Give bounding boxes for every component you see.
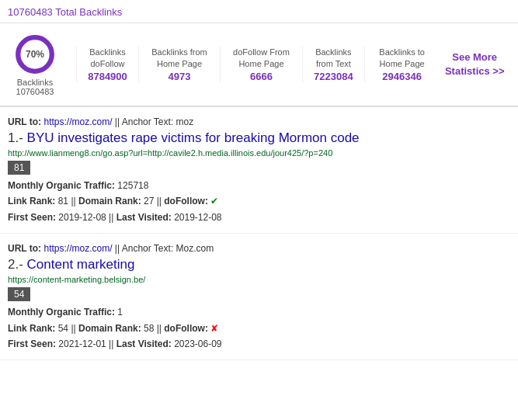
result-meta: Monthly Organic Traffic: 1 bbox=[8, 304, 510, 320]
first-seen-value: 2021-12-01 bbox=[58, 338, 106, 349]
anchor-text-label: Anchor Text: bbox=[122, 243, 173, 254]
stat-label-2: doFollow From Home Page bbox=[227, 47, 296, 69]
date-sep: || bbox=[109, 212, 116, 223]
separator: || bbox=[115, 116, 122, 127]
url-label: URL to: bbox=[8, 116, 41, 127]
result-title: 1.- BYU investigates rape victims for br… bbox=[8, 130, 510, 146]
monthly-traffic-label: Monthly Organic Traffic: bbox=[8, 307, 115, 318]
stat-value-2: 6666 bbox=[250, 71, 273, 82]
result-url-line: URL to: https://moz.com/ || Anchor Text:… bbox=[8, 243, 510, 254]
stat-col-1: Backlinks from Home Page 4973 bbox=[138, 47, 220, 82]
stat-value-1: 4973 bbox=[169, 71, 191, 82]
stat-label-3: Backlinks from Text bbox=[309, 47, 358, 69]
url-label: URL to: bbox=[8, 243, 41, 254]
donut-percent-label: 70% bbox=[26, 49, 44, 60]
page-title: 10760483 Total Backlinks bbox=[8, 6, 122, 18]
stat-value-4: 2946346 bbox=[382, 71, 422, 82]
result-title: 2.- Content marketing bbox=[8, 257, 510, 272]
stat-col-0: Backlinks doFollow 8784900 bbox=[76, 47, 138, 82]
first-seen-label: First Seen: bbox=[8, 212, 56, 223]
result-url-line: URL to: https://moz.com/ || Anchor Text:… bbox=[8, 116, 510, 127]
results-container: URL to: https://moz.com/ || Anchor Text:… bbox=[0, 107, 518, 360]
stat-col-2: doFollow From Home Page 6666 bbox=[220, 47, 302, 82]
link-rank-label: Link Rank: bbox=[8, 323, 55, 334]
rank-badge: 54 bbox=[8, 287, 30, 301]
result-num: 1.- bbox=[8, 130, 27, 145]
stat-label-1: Backlinks from Home Page bbox=[145, 47, 214, 69]
last-visited-value: 2023-06-09 bbox=[174, 338, 221, 349]
dofollow-label: doFollow: bbox=[164, 323, 208, 334]
result-url-link[interactable]: https://moz.com/ bbox=[43, 116, 112, 127]
result-link: http://www.lianmeng8.cn/go.asp?url=http:… bbox=[8, 148, 510, 158]
stat-col-4: Backlinks to Home Page 2946346 bbox=[364, 47, 440, 82]
stat-value-3: 7223084 bbox=[314, 71, 353, 82]
rank-badge: 81 bbox=[8, 161, 30, 175]
anchor-text-value: moz bbox=[176, 116, 194, 127]
first-seen-label: First Seen: bbox=[8, 338, 56, 349]
donut-wrap: 70% bbox=[13, 33, 57, 76]
result-ranks: Link Rank: 81 || Domain Rank: 27 || doFo… bbox=[8, 193, 510, 209]
result-meta: Monthly Organic Traffic: 125718 bbox=[8, 178, 510, 193]
date-sep: || bbox=[109, 338, 116, 349]
stat-label-0: Backlinks doFollow bbox=[83, 47, 132, 69]
rank-sep1: || bbox=[71, 196, 78, 207]
stats-section: 70% Backlinks 10760483 Backlinks doFollo… bbox=[0, 23, 518, 107]
result-ranks: Link Rank: 54 || Domain Rank: 58 || doFo… bbox=[8, 321, 510, 336]
anchor-text-label: Anchor Text: bbox=[122, 116, 173, 127]
dofollow-check-icon: ✔ bbox=[210, 196, 218, 207]
donut-name-label: Backlinks bbox=[17, 78, 53, 87]
link-rank-label: Link Rank: bbox=[8, 196, 55, 207]
last-visited-value: 2019-12-08 bbox=[174, 212, 221, 223]
result-link: https://content-marketing.belsign.be/ bbox=[8, 275, 510, 284]
last-visited-label: Last Visited: bbox=[116, 212, 172, 223]
separator: || bbox=[115, 243, 122, 254]
dofollow-cross-icon: ✘ bbox=[210, 323, 218, 334]
monthly-traffic-value: 1 bbox=[117, 307, 123, 318]
dofollow-label: doFollow: bbox=[164, 196, 208, 207]
stat-col-3: Backlinks from Text 7223084 bbox=[302, 47, 364, 82]
result-title-link[interactable]: BYU investigates rape victims for breaki… bbox=[27, 130, 360, 145]
result-title-link[interactable]: Content marketing bbox=[27, 257, 135, 272]
monthly-traffic-label: Monthly Organic Traffic: bbox=[8, 180, 115, 191]
stat-label-4: Backlinks to Home Page bbox=[371, 47, 433, 69]
result-dates: First Seen: 2021-12-01 || Last Visited: … bbox=[8, 336, 510, 352]
result-item-0: URL to: https://moz.com/ || Anchor Text:… bbox=[0, 107, 518, 234]
stat-value-0: 8784900 bbox=[88, 71, 127, 82]
result-dates: First Seen: 2019-12-08 || Last Visited: … bbox=[8, 210, 510, 225]
domain-rank-value: 58 bbox=[144, 323, 154, 334]
rank-sep1: || bbox=[71, 323, 78, 334]
rank-sep2: || bbox=[157, 196, 165, 207]
link-rank-value: 54 bbox=[58, 323, 68, 334]
monthly-traffic-value: 125718 bbox=[117, 180, 148, 191]
see-more-button[interactable]: See More Statistics >> bbox=[439, 50, 510, 78]
rank-sep2: || bbox=[157, 323, 165, 334]
domain-rank-value: 27 bbox=[144, 196, 154, 207]
top-bar: 10760483 Total Backlinks bbox=[0, 0, 518, 23]
last-visited-label: Last Visited: bbox=[116, 338, 172, 349]
result-item-1: URL to: https://moz.com/ || Anchor Text:… bbox=[0, 234, 518, 360]
first-seen-value: 2019-12-08 bbox=[58, 212, 106, 223]
donut-value-label: 10760483 bbox=[16, 87, 54, 96]
domain-rank-label: Domain Rank: bbox=[78, 323, 141, 334]
domain-rank-label: Domain Rank: bbox=[78, 196, 141, 207]
result-num: 2.- bbox=[8, 257, 27, 272]
result-url-link[interactable]: https://moz.com/ bbox=[43, 243, 112, 254]
link-rank-value: 81 bbox=[58, 196, 68, 207]
anchor-text-value: Moz.com bbox=[176, 243, 214, 254]
donut-chart: 70% Backlinks 10760483 bbox=[8, 33, 62, 96]
